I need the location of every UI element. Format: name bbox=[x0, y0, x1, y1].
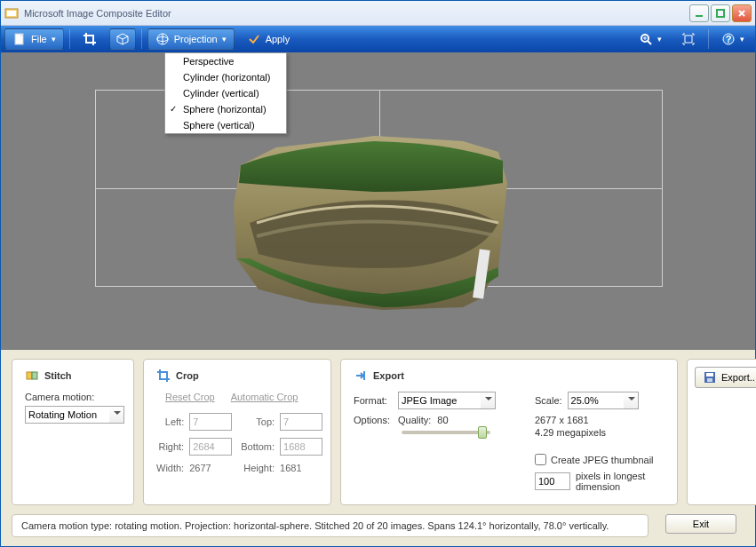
bottom-input[interactable] bbox=[280, 438, 322, 456]
menu-item-perspective[interactable]: Perspective bbox=[165, 53, 286, 69]
file-label: File bbox=[31, 34, 47, 44]
width-value: 2677 bbox=[189, 463, 235, 473]
stitch-title: Stitch bbox=[44, 370, 72, 381]
thumbnail-px-label: pixels in longest dimension bbox=[576, 471, 664, 492]
caret-down-icon: ▾ bbox=[222, 35, 227, 44]
svg-rect-3 bbox=[717, 10, 724, 17]
crop-tool-button[interactable] bbox=[76, 28, 104, 50]
toolbar: File ▾ Projection ▾ Apply ▾ ? bbox=[1, 26, 755, 52]
export-icon bbox=[354, 369, 368, 383]
magnifier-icon bbox=[639, 32, 653, 46]
app-icon bbox=[4, 6, 19, 20]
exit-button[interactable]: Exit bbox=[665, 514, 736, 534]
thumbnail-pixels-input[interactable] bbox=[535, 472, 570, 490]
export-button-panel: Export... bbox=[687, 359, 756, 505]
export-button[interactable]: Export... bbox=[695, 367, 756, 388]
menu-item-sphere-v[interactable]: Sphere (vertical) bbox=[165, 117, 286, 133]
panorama-preview bbox=[232, 134, 516, 312]
cube-icon bbox=[115, 32, 130, 46]
output-megapixels: 4.29 megapixels bbox=[535, 427, 664, 438]
svg-rect-14 bbox=[32, 372, 37, 379]
output-dimensions: 2677 x 1681 bbox=[535, 415, 664, 425]
projection-dropdown-menu: Perspective Cylinder (horizontal) Cylind… bbox=[164, 52, 287, 134]
crop-panel: Crop Reset Crop Automatic Crop Left: Top… bbox=[143, 359, 331, 505]
fit-icon bbox=[681, 32, 696, 46]
top-label: Top: bbox=[241, 416, 275, 427]
app-window: Microsoft Image Composite Editor File ▾ … bbox=[0, 0, 756, 547]
caret-down-icon: ▾ bbox=[740, 35, 744, 44]
minimize-button[interactable] bbox=[689, 4, 709, 22]
canvas-area[interactable]: Perspective Cylinder (horizontal) Cylind… bbox=[1, 52, 755, 350]
right-label: Right: bbox=[156, 441, 184, 452]
separator bbox=[708, 29, 709, 49]
projection-menu-button[interactable]: Projection ▾ bbox=[147, 28, 235, 50]
window-title: Microsoft Image Composite Editor bbox=[24, 8, 689, 19]
width-label: Width: bbox=[156, 463, 184, 473]
help-icon: ? bbox=[721, 32, 736, 46]
statusbar: Camera motion type: rotating motion. Pro… bbox=[12, 514, 649, 537]
height-label: Height: bbox=[241, 463, 275, 473]
apply-label: Apply bbox=[266, 34, 290, 44]
titlebar: Microsoft Image Composite Editor bbox=[1, 1, 755, 26]
thumbnail-checkbox[interactable] bbox=[535, 454, 546, 465]
menu-item-cylinder-h[interactable]: Cylinder (horizontal) bbox=[165, 69, 286, 85]
statusbar-row: Camera motion type: rotating motion. Pro… bbox=[1, 514, 755, 546]
menu-item-sphere-h[interactable]: Sphere (horizontal) bbox=[165, 101, 286, 117]
bottom-label: Bottom: bbox=[241, 441, 275, 452]
svg-rect-8 bbox=[685, 36, 692, 43]
quality-slider[interactable] bbox=[402, 431, 490, 434]
reset-crop-link[interactable]: Reset Crop bbox=[165, 392, 215, 402]
format-select[interactable]: JPEG Image bbox=[398, 392, 496, 409]
file-icon bbox=[12, 32, 27, 46]
apply-icon bbox=[247, 32, 261, 46]
scale-label: Scale: bbox=[535, 395, 562, 406]
top-input[interactable] bbox=[280, 413, 322, 431]
stitch-icon bbox=[25, 369, 39, 383]
quality-value: 80 bbox=[437, 415, 448, 425]
export-title: Export bbox=[373, 370, 404, 381]
file-menu-button[interactable]: File ▾ bbox=[4, 28, 64, 50]
stitch-panel: Stitch Camera motion: Rotating Motion bbox=[12, 359, 134, 505]
zoom-button[interactable]: ▾ bbox=[632, 28, 669, 50]
crop-icon bbox=[156, 369, 171, 383]
export-panel: Export Format: JPEG Image Options: Quali… bbox=[340, 359, 678, 505]
svg-rect-1 bbox=[7, 11, 16, 16]
height-value: 1681 bbox=[280, 463, 326, 473]
projection-label: Projection bbox=[174, 34, 218, 44]
svg-rect-17 bbox=[706, 373, 713, 377]
camera-motion-label: Camera motion: bbox=[25, 392, 121, 402]
apply-button[interactable]: Apply bbox=[240, 28, 298, 50]
help-button[interactable]: ? ▾ bbox=[714, 28, 752, 50]
crop-icon bbox=[83, 32, 97, 46]
left-label: Left: bbox=[156, 416, 184, 427]
svg-rect-13 bbox=[27, 372, 32, 379]
caret-down-icon: ▾ bbox=[52, 35, 56, 44]
svg-rect-2 bbox=[696, 15, 703, 17]
auto-crop-link[interactable]: Automatic Crop bbox=[231, 392, 298, 402]
export-button-label: Export... bbox=[721, 372, 756, 383]
save-icon bbox=[703, 370, 717, 384]
caret-down-icon: ▾ bbox=[657, 35, 662, 44]
separator bbox=[69, 29, 70, 49]
svg-rect-15 bbox=[363, 371, 365, 380]
panels-row: Stitch Camera motion: Rotating Motion Cr… bbox=[1, 350, 755, 514]
menu-item-cylinder-v[interactable]: Cylinder (vertical) bbox=[165, 85, 286, 101]
crop-title: Crop bbox=[176, 370, 199, 381]
separator bbox=[141, 29, 142, 49]
maximize-button[interactable] bbox=[711, 4, 730, 22]
quality-label: Quality: bbox=[398, 415, 431, 425]
camera-motion-select[interactable]: Rotating Motion bbox=[25, 406, 124, 424]
left-input[interactable] bbox=[189, 413, 232, 431]
svg-text:?: ? bbox=[726, 34, 732, 44]
right-input[interactable] bbox=[189, 438, 232, 456]
options-label: Options: bbox=[354, 415, 393, 425]
fit-button[interactable] bbox=[674, 28, 703, 50]
format-label: Format: bbox=[354, 395, 393, 406]
slider-thumb[interactable] bbox=[478, 426, 487, 439]
view-3d-button[interactable] bbox=[109, 28, 136, 50]
scale-select[interactable]: 25.0% bbox=[568, 392, 639, 409]
thumbnail-label: Create JPEG thumbnail bbox=[551, 455, 654, 465]
globe-icon bbox=[155, 32, 170, 46]
svg-rect-18 bbox=[707, 378, 712, 382]
close-button[interactable] bbox=[732, 4, 752, 22]
